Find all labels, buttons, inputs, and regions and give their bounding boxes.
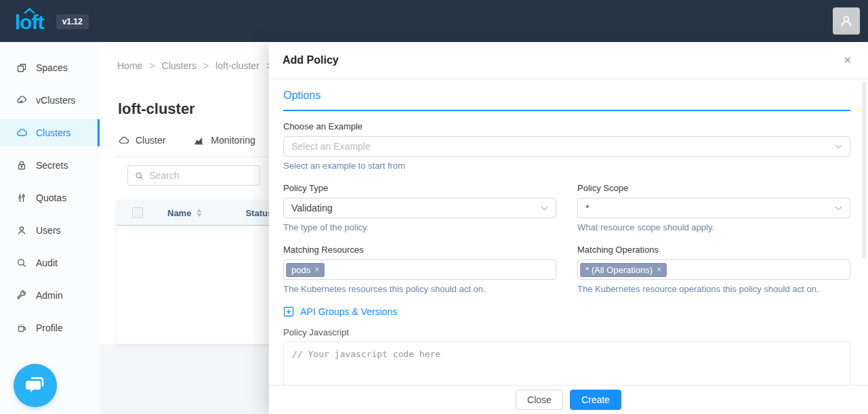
tag-all-operations: * (All Operations) × [580,263,667,277]
chevron-down-icon [541,206,548,211]
loft-logo[interactable]: loft [15,9,44,33]
plus-square-icon [283,306,294,317]
sidebar-item-secrets[interactable]: Secrets [0,152,100,179]
breadcrumb-loft-cluster[interactable]: loft-cluster [215,60,260,71]
sidebar-item-profile[interactable]: Profile [0,314,100,341]
tab-monitoring[interactable]: Monitoring [193,135,255,146]
tabs-bar: Cluster Monitoring [118,135,255,146]
sidebar-item-label: Profile [36,323,63,333]
cloud-icon [118,136,129,146]
policy-scope-select[interactable]: * [577,198,850,218]
field-label: Policy Type [283,183,556,193]
field-choose-example: Choose an Example Select an Example Sele… [283,121,850,171]
logo-roof-icon [24,7,35,14]
create-button[interactable]: Create [570,390,621,410]
sliders-icon [16,192,27,203]
field-label: Policy Javascript [283,327,850,337]
policy-type-select[interactable]: Validating [283,198,556,218]
matching-operations-input[interactable]: * (All Operations) × [577,260,850,280]
field-label: Matching Resources [283,245,556,255]
tag-label: pods [291,265,310,275]
sidebar-item-label: Audit [36,257,58,268]
sidebar-item-admin[interactable]: Admin [0,282,100,309]
tag-remove-icon[interactable]: × [314,265,319,274]
api-groups-label: API Groups & Versions [300,306,397,317]
sidebar-item-label: Users [36,225,61,236]
sidebar-item-label: Admin [36,290,63,301]
sidebar-item-vclusters[interactable]: vClusters [0,87,100,114]
sidebar-item-quotas[interactable]: Quotas [0,184,100,211]
sidebar: Spaces vClusters Clusters Secrets Quotas… [0,42,100,414]
field-matching-resources: Matching Resources pods × The Kubernetes… [283,245,556,294]
vclusters-icon [16,95,27,106]
drawer-footer: Close Create [269,385,868,414]
sidebar-item-clusters[interactable]: Clusters [0,119,100,146]
top-bar: loft v1.12 [0,0,868,42]
help-text: The Kubernetes resource operations this … [577,284,850,294]
breadcrumb: Home > Clusters > loft-cluster > P [117,60,285,71]
chevron-down-icon [835,144,842,149]
close-button[interactable]: Close [516,390,563,410]
chevron-down-icon [835,206,842,211]
api-groups-expander[interactable]: API Groups & Versions [283,306,850,317]
tag-remove-icon[interactable]: × [657,265,661,274]
tab-label: Monitoring [211,135,255,146]
field-matching-operations: Matching Operations * (All Operations) ×… [577,245,850,294]
sidebar-item-audit[interactable]: Audit [0,249,100,276]
avatar[interactable] [833,7,860,35]
drawer-title: Add Policy [283,54,339,66]
sidebar-item-users[interactable]: Users [0,217,100,244]
version-badge: v1.12 [56,14,89,29]
drawer-header: Add Policy ✕ [269,42,868,79]
close-icon[interactable]: ✕ [840,51,854,69]
spaces-icon [16,62,27,73]
sidebar-item-label: Quotas [36,192,66,203]
matching-resources-input[interactable]: pods × [283,260,556,280]
user-icon [839,14,854,28]
tag-label: * (All Operations) [585,265,653,275]
tab-cluster[interactable]: Cluster [118,135,165,146]
sidebar-item-spaces[interactable]: Spaces [0,54,100,81]
sidebar-item-label: Clusters [36,127,70,138]
tool-icon [16,290,27,301]
help-text: The Kubernetes resources this policy sho… [283,284,556,294]
breadcrumb-clusters[interactable]: Clusters [162,60,197,71]
cloud-icon [16,127,27,138]
tab-label: Cluster [136,135,165,146]
add-policy-drawer: Add Policy ✕ Options Choose an Example S… [269,42,868,414]
field-policy-scope: Policy Scope * What resource scope shoul… [577,183,850,232]
example-select[interactable]: Select an Example [283,136,850,157]
chat-launcher[interactable] [14,364,57,407]
breadcrumb-home[interactable]: Home [117,60,142,71]
field-policy-javascript: Policy Javascript [283,327,850,385]
row-policy-type-scope: Policy Type Validating The type of the p… [283,183,850,232]
section-title-options: Options [283,89,850,111]
field-label: Choose an Example [283,121,850,131]
help-text: Select an example to start from [283,161,850,171]
select-placeholder: Select an Example [291,141,371,152]
policy-javascript-editor[interactable] [283,341,850,385]
sidebar-item-label: Secrets [36,160,68,171]
scrollbar-thumb[interactable] [862,81,866,257]
app-root: loft v1.12 Spaces vClusters Clusters Sec… [0,0,868,414]
lock-icon [16,160,27,171]
breadcrumb-separator: > [203,60,209,71]
select-all-checkbox[interactable] [132,207,143,218]
user-icon [16,225,27,236]
search-input[interactable] [149,170,253,181]
magnifier-icon [16,257,27,268]
help-text: The type of the policy. [283,222,556,232]
page-title: loft-cluster [118,100,195,118]
breadcrumb-separator: > [149,60,154,71]
logo-text: loft [15,11,44,33]
row-matching: Matching Resources pods × The Kubernetes… [283,245,850,294]
chat-icon [24,375,47,396]
column-header-name: Name [167,208,191,218]
search-box [127,165,260,186]
help-text: What resource scope should apply. [577,222,850,232]
sort-carets-icon[interactable] [197,209,202,217]
drawer-body: Options Choose an Example Select an Exam… [269,79,868,385]
field-policy-type: Policy Type Validating The type of the p… [283,183,556,232]
search-icon [135,171,144,181]
sidebar-item-label: vClusters [36,95,75,106]
